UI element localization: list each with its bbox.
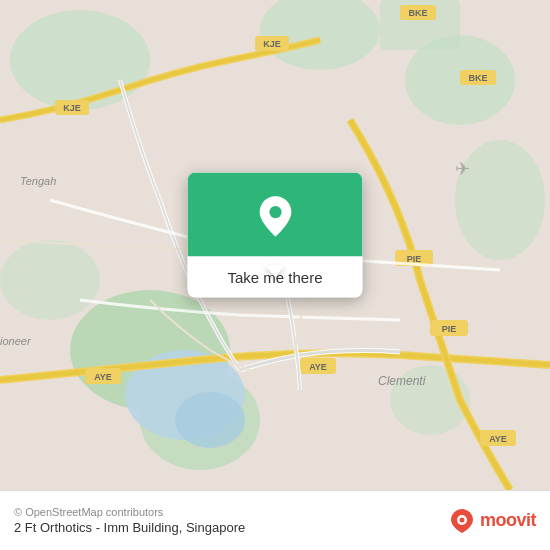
location-name: 2 Ft Orthotics - Imm Building, Singapore [14,520,245,535]
svg-text:Tengah: Tengah [20,175,56,187]
bottom-bar: © OpenStreetMap contributors 2 Ft Orthot… [0,490,550,550]
moovit-text: moovit [480,510,536,531]
take-me-there-button[interactable]: Take me there [188,257,363,298]
svg-text:AYE: AYE [309,362,327,372]
svg-point-38 [459,517,464,522]
copyright-text: © OpenStreetMap contributors [14,506,245,518]
svg-text:BKE: BKE [468,73,487,83]
svg-text:AYE: AYE [94,372,112,382]
moovit-icon [448,507,476,535]
svg-text:KJE: KJE [263,39,281,49]
svg-point-1 [10,10,150,110]
svg-point-8 [0,240,100,320]
map-container: PIE PIE AYE AYE AYE KJE KJE BKE BKE [0,0,550,490]
svg-text:✈: ✈ [455,159,470,179]
svg-point-4 [455,140,545,260]
svg-text:KJE: KJE [63,103,81,113]
moovit-logo: moovit [448,507,536,535]
app: PIE PIE AYE AYE AYE KJE KJE BKE BKE [0,0,550,550]
popup-arrow [265,265,285,277]
location-pin-icon [253,195,297,239]
svg-text:AYE: AYE [489,434,507,444]
svg-text:PIE: PIE [442,324,457,334]
svg-text:Clementi: Clementi [378,374,426,388]
popup-card: Take me there [188,173,363,298]
popup-icon-area [188,173,363,257]
svg-point-11 [175,392,245,448]
svg-text:ioneer: ioneer [0,335,32,347]
location-info: © OpenStreetMap contributors 2 Ft Orthot… [14,506,245,535]
svg-text:BKE: BKE [408,8,427,18]
svg-point-36 [269,206,281,218]
